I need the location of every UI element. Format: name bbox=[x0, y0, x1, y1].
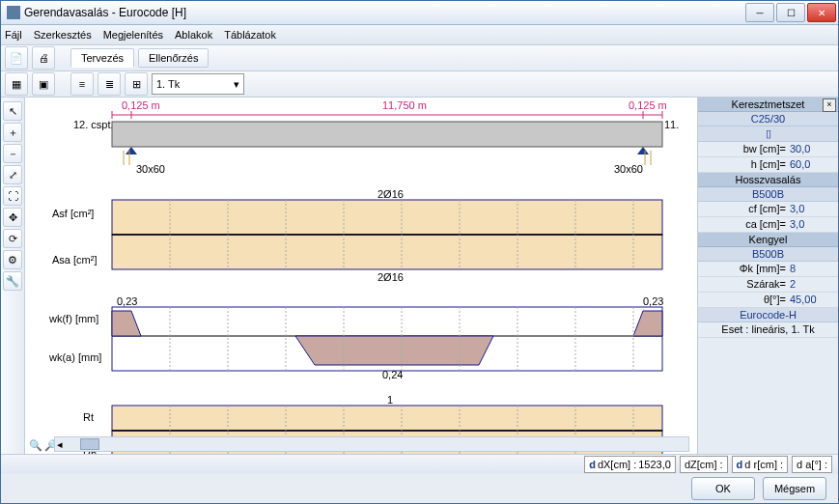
zoom-out-icon[interactable]: － bbox=[3, 144, 22, 163]
phi-value[interactable]: 8 bbox=[790, 262, 834, 276]
coord-dz: dZ[cm] : bbox=[680, 456, 728, 473]
cf-label: cf [cm]= bbox=[702, 202, 790, 216]
menu-edit[interactable]: Szerkesztés bbox=[34, 29, 92, 41]
svg-marker-6 bbox=[126, 147, 137, 154]
toolbar-1: 📄 🖨 Tervezés Ellenőrzés bbox=[1, 45, 838, 71]
node-left: 12. cspt. bbox=[73, 119, 114, 130]
h-value[interactable]: 60,0 bbox=[790, 157, 834, 172]
zoom-in-small-icon[interactable]: 🔍 bbox=[29, 439, 42, 452]
props-close-icon[interactable]: × bbox=[823, 98, 836, 112]
dropdown-value: 1. Tk bbox=[156, 78, 180, 90]
doc-icon[interactable]: 📄 bbox=[5, 46, 28, 70]
h-label: h [cm]= bbox=[702, 157, 790, 172]
legs-value[interactable]: 2 bbox=[790, 277, 834, 292]
statusbar: d dX[cm] : 1523,0 dZ[cm] : d d r[cm] : d… bbox=[1, 454, 838, 474]
coord-da: d a[°] : bbox=[792, 456, 832, 473]
menu-windows[interactable]: Ablakok bbox=[175, 29, 212, 41]
svg-marker-7 bbox=[637, 147, 649, 154]
bw-label: bw [cm]= bbox=[702, 142, 790, 156]
d-icon: d bbox=[589, 459, 596, 470]
table-icon[interactable]: ⊞ bbox=[125, 72, 148, 96]
anim1-icon[interactable]: ≡ bbox=[70, 72, 94, 96]
menu-file[interactable]: Fájl bbox=[5, 29, 22, 41]
minimize-button[interactable]: ─ bbox=[745, 3, 774, 22]
phi-label: Φk [mm]= bbox=[702, 262, 790, 276]
svg-rect-5 bbox=[112, 122, 662, 147]
cursor-icon[interactable]: ↖ bbox=[3, 101, 22, 121]
svg-text:wk(f) [mm]: wk(f) [mm] bbox=[48, 313, 98, 324]
theta-value[interactable]: 45,00 bbox=[790, 293, 834, 307]
wrench-icon[interactable]: 🔧 bbox=[3, 271, 22, 291]
grid-icon[interactable]: ▦ bbox=[5, 72, 28, 96]
cancel-button[interactable]: Mégsem bbox=[763, 477, 826, 500]
scroll-left-icon[interactable]: ◂ bbox=[55, 438, 65, 451]
coord-dx: d dX[cm] : 1523,0 bbox=[584, 456, 676, 473]
ca-value[interactable]: 3,0 bbox=[790, 217, 834, 232]
svg-text:2Ø16: 2Ø16 bbox=[378, 271, 404, 283]
section-left: 30x60 bbox=[136, 163, 165, 175]
close-button[interactable]: ✕ bbox=[807, 3, 836, 22]
tab-check[interactable]: Ellenőrzés bbox=[138, 48, 209, 68]
d-icon-2: d bbox=[737, 459, 743, 470]
dx-value: 1523,0 bbox=[638, 459, 671, 470]
code-name[interactable]: Eurocode-H bbox=[698, 308, 838, 322]
svg-text:1: 1 bbox=[387, 394, 393, 406]
legs-label: Szárak= bbox=[702, 277, 790, 292]
svg-rect-14 bbox=[112, 200, 662, 235]
loadcase-dropdown[interactable]: 1. Tk ▾ bbox=[152, 73, 244, 95]
stirrup-steel[interactable]: B500B bbox=[698, 247, 838, 262]
concrete-grade[interactable]: C25/30 bbox=[698, 112, 838, 126]
crack-chart: wk(f) [mm] wk(a) [mm] 0,23 0,23 0,24 bbox=[48, 295, 663, 380]
props-title: Keresztmetszet × bbox=[698, 98, 838, 112]
section-right: 30x60 bbox=[614, 163, 643, 175]
long-steel[interactable]: B500B bbox=[698, 187, 838, 202]
app-window: Gerendavasalás - Eurocode [H] ─ ☐ ✕ Fájl… bbox=[0, 0, 839, 504]
menu-tables[interactable]: Táblázatok bbox=[224, 29, 276, 41]
stirrup-title: Kengyel bbox=[698, 233, 838, 247]
settings-icon[interactable]: ⚙ bbox=[3, 250, 22, 269]
node-right: 11. cspt. bbox=[664, 119, 682, 130]
reinforcement-chart: Asf [cm²] Asa [cm²] 2Ø16 2Ø16 bbox=[52, 188, 662, 283]
ok-button[interactable]: OK bbox=[691, 477, 755, 500]
section-icon[interactable]: ▯ bbox=[698, 126, 838, 142]
rotate-icon[interactable]: ⟳ bbox=[3, 229, 22, 248]
cf-value[interactable]: 3,0 bbox=[790, 202, 834, 216]
drawing-area[interactable]: 0,125 m 11,750 m 0,125 m 12. cspt. 11. c… bbox=[25, 98, 697, 454]
menubar: Fájl Szerkesztés Megjelenítés Ablakok Tá… bbox=[1, 25, 838, 45]
pan-fit-icon[interactable]: ⛶ bbox=[3, 186, 22, 206]
anim2-icon[interactable]: ≣ bbox=[98, 72, 121, 96]
move-icon[interactable]: ✥ bbox=[3, 208, 22, 227]
properties-panel: Keresztmetszet × C25/30 ▯ bw [cm]=30,0 h… bbox=[697, 98, 838, 454]
svg-text:0,23: 0,23 bbox=[643, 295, 663, 307]
theta-label: θ[°]= bbox=[702, 293, 790, 307]
zoom-fit-icon[interactable]: ⤢ bbox=[3, 165, 22, 184]
left-toolbar: ↖ ＋ － ⤢ ⛶ ✥ ⟳ ⚙ 🔧 bbox=[1, 98, 25, 454]
menu-view[interactable]: Megjelenítés bbox=[103, 29, 163, 41]
coord-dr: d d r[cm] : bbox=[732, 456, 788, 473]
svg-text:Rt: Rt bbox=[83, 411, 94, 423]
long-reinf-title: Hosszvasalás bbox=[698, 173, 838, 187]
content-area: ↖ ＋ － ⤢ ⛶ ✥ ⟳ ⚙ 🔧 0,125 m 11,750 m 0,125… bbox=[1, 98, 838, 454]
ca-label: ca [cm]= bbox=[702, 217, 790, 232]
svg-rect-46 bbox=[112, 406, 662, 431]
svg-text:wk(a) [mm]: wk(a) [mm] bbox=[48, 351, 101, 363]
window-title: Gerendavasalás - Eurocode [H] bbox=[24, 6, 745, 19]
dialog-buttons: OK Mégsem bbox=[1, 474, 838, 503]
zoom-in-icon[interactable]: ＋ bbox=[3, 123, 22, 142]
bw-value[interactable]: 30,0 bbox=[790, 142, 834, 156]
chevron-down-icon: ▾ bbox=[234, 78, 239, 91]
case-label: Eset : lineáris, 1. Tk bbox=[721, 322, 814, 337]
window-icon[interactable]: ▣ bbox=[32, 72, 55, 96]
toolbar-2: ▦ ▣ ≡ ≣ ⊞ 1. Tk ▾ bbox=[1, 71, 838, 98]
svg-text:0,24: 0,24 bbox=[382, 369, 403, 380]
svg-text:Asa [cm²]: Asa [cm²] bbox=[52, 254, 97, 266]
svg-text:0,23: 0,23 bbox=[117, 295, 137, 307]
titlebar: Gerendavasalás - Eurocode [H] ─ ☐ ✕ bbox=[1, 1, 838, 25]
print-icon[interactable]: 🖨 bbox=[32, 46, 55, 70]
maximize-button[interactable]: ☐ bbox=[776, 3, 805, 22]
scroll-thumb[interactable] bbox=[80, 438, 99, 450]
tab-design[interactable]: Tervezés bbox=[70, 48, 134, 68]
horizontal-scrollbar[interactable]: ◂ bbox=[54, 436, 689, 452]
dim-right: 0,125 m bbox=[629, 99, 667, 111]
beam-diagram: 0,125 m 11,750 m 0,125 m 12. cspt. 11. c… bbox=[73, 99, 682, 175]
